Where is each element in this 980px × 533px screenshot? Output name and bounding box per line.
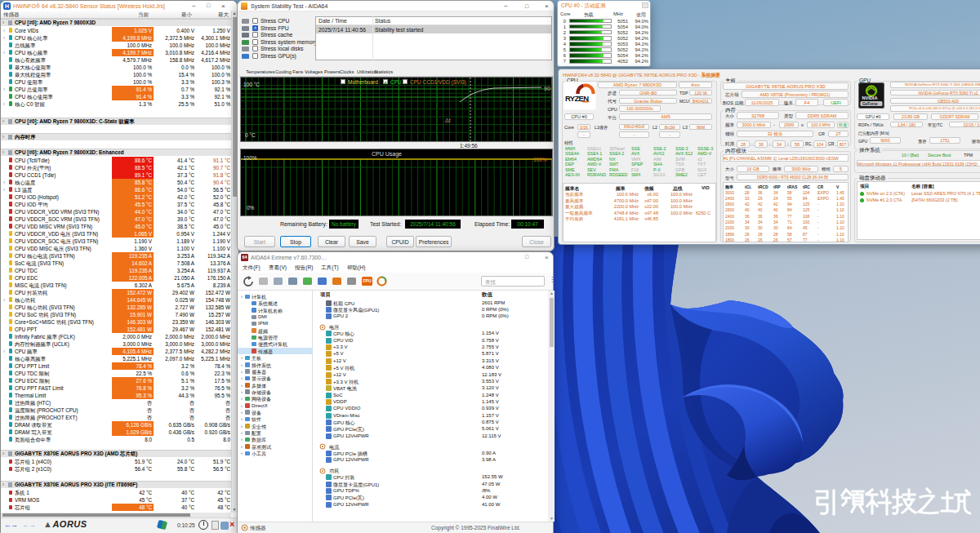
svg-text:CPU Usage: CPU Usage xyxy=(372,151,402,158)
svg-text:GeForce: GeForce xyxy=(862,102,878,106)
svg-text:90: 90 xyxy=(544,86,550,91)
svg-text:100%: 100% xyxy=(533,157,547,162)
svg-text:NVIDIA: NVIDIA xyxy=(862,95,878,100)
svg-text:Δt: Δt xyxy=(445,118,451,123)
svg-text:RYZEN: RYZEN xyxy=(565,94,589,103)
